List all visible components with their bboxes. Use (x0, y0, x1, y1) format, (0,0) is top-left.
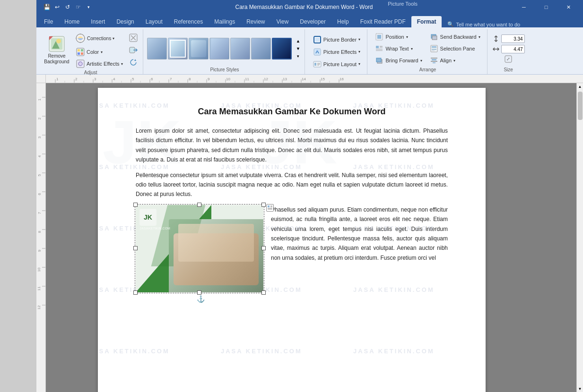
style-thumb-1[interactable] (147, 38, 167, 60)
tab-references[interactable]: References (168, 16, 209, 27)
touch-mode-button[interactable]: ☞ (73, 2, 83, 12)
svg-text:10: 10 (37, 267, 41, 272)
compress-button[interactable] (128, 32, 139, 43)
svg-point-2 (56, 39, 61, 43)
selected-image-wrapper[interactable]: JK JASAKETIKIN.COM ⚓ (136, 205, 263, 292)
undo-button[interactable]: ↩ (52, 2, 62, 12)
tab-layout[interactable]: Layout (140, 16, 168, 27)
tab-mailings[interactable]: Mailings (209, 16, 241, 27)
picture-layout-button[interactable]: Picture Layout ▾ (310, 59, 363, 69)
send-backward-button[interactable]: Send Backward ▾ (427, 32, 483, 42)
scrollbar-vertical[interactable]: ▲ ▼ (576, 83, 583, 392)
styles-dropdown-controls: ▲ ▼ ▾ (294, 38, 302, 60)
styles-scroll-up[interactable]: ▲ (294, 38, 302, 44)
handle-br[interactable] (261, 290, 266, 295)
scroll-up-arrow[interactable]: ▲ (577, 83, 583, 90)
tab-file[interactable]: File (38, 16, 59, 27)
style-thumb-5[interactable] (230, 38, 250, 60)
tab-view[interactable]: View (271, 16, 295, 27)
svg-rect-44 (46, 75, 583, 83)
svg-rect-35 (432, 46, 436, 48)
logo-text: JASAKETIKIN.COM (139, 227, 170, 230)
picture-effects-button[interactable]: Picture Effects ▾ (310, 47, 364, 57)
wrap-text-button[interactable]: Wrap Text ▾ (372, 43, 425, 54)
bring-forward-button[interactable]: Bring Forward ▾ (372, 55, 425, 66)
style-thumb-6[interactable] (251, 38, 271, 60)
scroll-down-arrow[interactable]: ▼ (577, 385, 583, 392)
scrollbar-thumb[interactable] (578, 92, 583, 120)
handle-mr[interactable] (261, 246, 266, 250)
svg-text:9: 9 (37, 249, 42, 252)
svg-text:1: 1 (37, 98, 42, 101)
close-button[interactable]: ✕ (557, 0, 579, 14)
svg-rect-8 (78, 52, 80, 55)
tab-developer[interactable]: Developer (294, 16, 331, 27)
send-backward-arrow: ▾ (479, 35, 480, 39)
align-button[interactable]: Align ▾ (427, 55, 483, 66)
save-button[interactable]: 💾 (42, 2, 52, 12)
tab-review[interactable]: Review (241, 16, 270, 27)
picture-border-label: Picture Border (323, 37, 357, 43)
color-button[interactable]: Color ▾ (73, 47, 126, 57)
style-thumb-4[interactable] (209, 38, 229, 60)
style-thumb-2[interactable] (168, 38, 188, 60)
adjust-buttons: RemoveBackground (42, 31, 139, 69)
tab-design[interactable]: Design (111, 16, 139, 27)
tab-insert[interactable]: Insert (85, 16, 111, 27)
corrections-icon (75, 33, 86, 43)
arrange-group: Position ▾ (368, 29, 487, 74)
handle-tm[interactable] (197, 203, 201, 207)
corrections-button[interactable]: Corrections ▾ (73, 31, 96, 45)
style-thumb-3[interactable] (189, 38, 209, 60)
tab-help[interactable]: Help (331, 16, 355, 27)
remove-background-button[interactable]: RemoveBackground (42, 34, 71, 66)
svg-rect-41 (433, 62, 435, 63)
arrange-col2: Send Backward ▾ (427, 32, 483, 66)
artistic-label: Artistic Effects (87, 61, 119, 67)
svg-text:7: 7 (37, 212, 42, 214)
maximize-button[interactable]: □ (535, 0, 557, 14)
bring-forward-arrow: ▾ (420, 59, 422, 63)
svg-text:3: 3 (37, 136, 42, 138)
selection-pane-button[interactable]: Selection Pane (427, 43, 483, 54)
picture-styles-thumbs: ▲ ▼ ▾ (147, 31, 302, 66)
svg-rect-7 (81, 49, 83, 51)
move-anchor[interactable]: ⚓ (197, 295, 205, 303)
handle-bm[interactable] (197, 290, 201, 295)
tell-me-search[interactable]: 🔍 Tell me what you want to do (442, 21, 583, 27)
position-button[interactable]: Position ▾ (372, 32, 425, 42)
ruler-corner (36, 75, 46, 83)
qat-dropdown-button[interactable]: ▾ (84, 2, 93, 12)
minimize-button[interactable]: ─ (513, 0, 535, 14)
handle-bl[interactable] (133, 290, 138, 295)
styles-more-dropdown[interactable]: ▾ (294, 53, 302, 60)
handle-tr[interactable] (261, 203, 266, 207)
tab-format[interactable]: Format (411, 16, 442, 27)
styles-scroll-down[interactable]: ▼ (294, 45, 302, 52)
artistic-arrow: ▾ (121, 62, 123, 66)
size-inputs: ⤢ (492, 31, 525, 66)
svg-text:1: 1 (56, 77, 59, 81)
layout-options-icon[interactable] (266, 204, 274, 212)
artistic-effects-button[interactable]: Artistic Effects ▾ (73, 59, 126, 69)
width-input[interactable] (501, 45, 525, 53)
reset-picture-button[interactable] (128, 57, 139, 68)
watermark-14: JASA KETIKIN.COM (221, 348, 302, 355)
svg-rect-15 (315, 38, 319, 42)
tell-me-text: Tell me what you want to do (456, 22, 520, 27)
tab-foxit[interactable]: Foxit Reader PDF (355, 16, 411, 27)
size-dialog-row: ⤢ (505, 55, 512, 63)
tab-home[interactable]: Home (59, 16, 85, 27)
redo-button[interactable]: ↺ (63, 2, 72, 12)
height-icon (492, 35, 500, 43)
handle-ml[interactable] (133, 246, 138, 250)
change-picture-button[interactable] (128, 44, 139, 56)
handle-tl[interactable] (133, 203, 138, 207)
document-page: JASA KETIKIN.COM JASA KETIKIN.COM JASA K… (98, 88, 486, 392)
paragraph-1: Lorem ipsum dolor sit amet, consectetur … (136, 126, 448, 165)
jk-logo: JK (139, 209, 157, 226)
svg-text:12: 12 (37, 305, 41, 309)
picture-border-button[interactable]: Picture Border ▾ (310, 34, 363, 45)
height-input[interactable] (501, 34, 525, 43)
style-thumb-7-selected[interactable] (272, 38, 292, 60)
